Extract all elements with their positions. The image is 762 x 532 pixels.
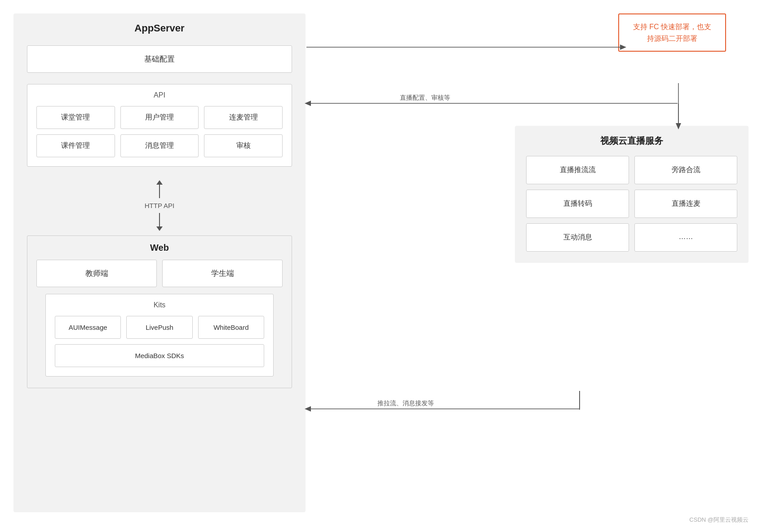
- kits-cell-mediabox: MediaBox SDKs: [55, 344, 264, 367]
- api-cell-ketang: 课堂管理: [36, 106, 115, 129]
- web-cell-xuesheng: 学生端: [162, 260, 283, 287]
- arrow-shaft-top: [159, 185, 160, 198]
- http-api-area: HTTP API: [13, 171, 306, 233]
- video-cell-panglu: 旁路合流: [634, 156, 737, 184]
- svg-marker-10: [305, 406, 311, 412]
- api-label: API: [36, 91, 283, 99]
- kits-cell-auimessage: AUIMessage: [55, 316, 121, 339]
- web-cell-jiaoshi: 教师端: [36, 260, 157, 287]
- api-cell-shenhe: 审核: [204, 134, 283, 157]
- video-grid: 直播推流流 旁路合流 直播转码 直播连麦 互动消息 ……: [526, 156, 737, 252]
- fc-box: 支持 FC 快速部署，也支持源码二开部署: [618, 13, 726, 52]
- web-title: Web: [36, 243, 283, 253]
- api-grid: 课堂管理 用户管理 连麦管理 课件管理 消息管理 审核: [36, 106, 283, 157]
- api-cell-lianmai: 连麦管理: [204, 106, 283, 129]
- watermark: CSDN @阿里云视频云: [689, 516, 749, 524]
- http-api-arrow: HTTP API: [145, 180, 174, 231]
- kits-cell-whiteboard: WhiteBoard: [198, 316, 264, 339]
- arrow-shaft-bottom: [159, 213, 160, 226]
- api-section: API 课堂管理 用户管理 连麦管理 课件管理 消息管理 审核: [27, 84, 292, 167]
- kits-label: Kits: [55, 301, 264, 309]
- svg-text:推拉流、消息接发等: 推拉流、消息接发等: [377, 399, 434, 407]
- kits-grid: AUIMessage LivePush WhiteBoard: [55, 316, 264, 339]
- api-cell-kejian: 课件管理: [36, 134, 115, 157]
- video-cell-zhuanma: 直播转码: [526, 190, 629, 218]
- api-cell-yonghu: 用户管理: [120, 106, 199, 129]
- svg-text:直播配置、审核等: 直播配置、审核等: [400, 94, 450, 101]
- web-section: Web 教师端 学生端 Kits AUIMessage LivePush Whi…: [27, 235, 292, 388]
- video-cell-more: ……: [634, 223, 737, 252]
- video-cell-hudong: 互动消息: [526, 223, 629, 252]
- video-cell-lianmai: 直播连麦: [634, 190, 737, 218]
- svg-marker-4: [305, 101, 311, 106]
- video-cloud-section: 视频云直播服务 直播推流流 旁路合流 直播转码 直播连麦 互动消息 ……: [515, 126, 749, 263]
- kits-section: Kits AUIMessage LivePush WhiteBoard Medi…: [45, 294, 274, 377]
- fc-box-text: 支持 FC 快速部署，也支持源码二开部署: [633, 23, 711, 42]
- video-cell-pushflow: 直播推流流: [526, 156, 629, 184]
- arrow-down-icon: [156, 226, 163, 231]
- arrow-up-icon: [156, 180, 163, 185]
- diagram-container: AppServer 基础配置 API 课堂管理 用户管理 连麦管理 课件管理 消…: [0, 0, 762, 532]
- kits-cell-livepush: LivePush: [126, 316, 192, 339]
- jichu-box: 基础配置: [27, 45, 292, 73]
- appserver-block: AppServer 基础配置 API 课堂管理 用户管理 连麦管理 课件管理 消…: [13, 13, 306, 512]
- http-api-label: HTTP API: [145, 202, 174, 209]
- web-grid: 教师端 学生端: [36, 260, 283, 287]
- appserver-title: AppServer: [13, 13, 306, 41]
- video-cloud-title: 视频云直播服务: [526, 135, 737, 147]
- api-cell-xiaoxi: 消息管理: [120, 134, 199, 157]
